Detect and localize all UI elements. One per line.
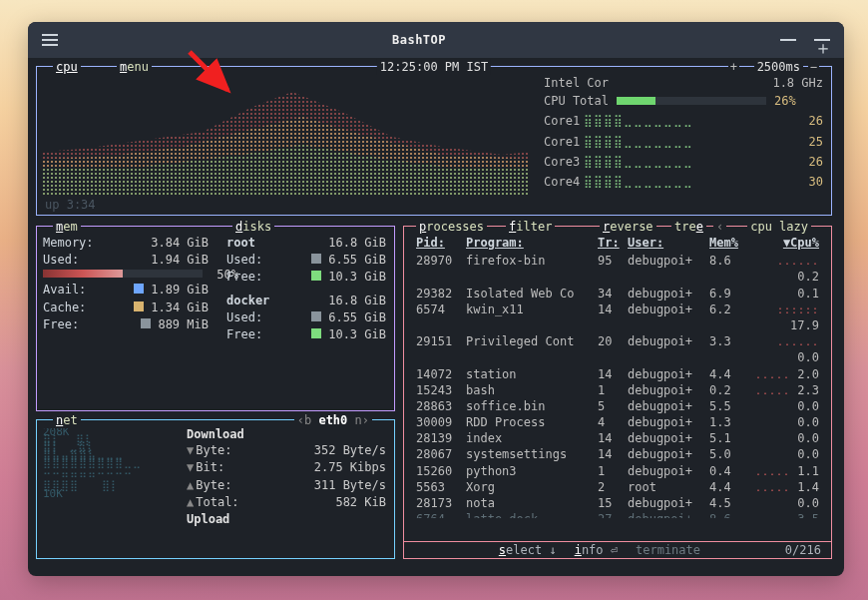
mem-label[interactable]: mem bbox=[53, 219, 81, 235]
download-heading: Download bbox=[187, 426, 386, 442]
menu-label[interactable]: mmenuenu bbox=[117, 59, 152, 75]
proc-row[interactable]: 28970firefox-bin95debugpoi+8.6...... 0.2 bbox=[416, 253, 819, 285]
proc-row[interactable]: 30009RDD Process4debugpoi+1.3 0.0 bbox=[416, 414, 819, 430]
tree-label[interactable]: tree bbox=[671, 219, 706, 235]
proc-list[interactable]: 28970firefox-bin95debugpoi+8.6...... 0.2… bbox=[410, 253, 825, 518]
mem-used-label: Used: bbox=[43, 252, 79, 268]
update-interval: 2500ms bbox=[754, 59, 803, 75]
new-tab-icon[interactable]: ＋ bbox=[814, 39, 830, 41]
cpu-graph bbox=[43, 77, 530, 197]
window-title: BashTOP bbox=[58, 32, 780, 48]
mem-used-bar: 50% bbox=[43, 270, 203, 278]
split-window-icon[interactable] bbox=[780, 39, 796, 41]
mem-free-value: 889 MiB bbox=[158, 317, 209, 331]
clock: 12:25:00 PM IST bbox=[377, 59, 491, 75]
disk-used: Used: 6.55 GiB bbox=[226, 309, 386, 325]
filter-label[interactable]: filter bbox=[506, 219, 555, 235]
cpu-chip: Intel Cor bbox=[544, 75, 609, 91]
reverse-label[interactable]: reverse bbox=[600, 219, 656, 235]
info-hint: info ⏎ bbox=[575, 542, 618, 558]
core-row: Core4⣿⣿⣿⣿⣀⣀⣀⣀⣀⣀⣀30 bbox=[544, 174, 823, 190]
interval-minus[interactable]: − bbox=[808, 59, 819, 75]
disk-column: root16.8 GiB Used: 6.55 GiB Free: 10.3 G… bbox=[226, 235, 386, 349]
mem-total-label: Memory: bbox=[43, 235, 94, 251]
mem-column: Memory:3.84 GiB Used:1.94 GiB 50% Avail:… bbox=[43, 235, 209, 333]
disk-used: Used: 6.55 GiB bbox=[226, 252, 386, 268]
net-stat-row: ▼Byte:352 Byte/s bbox=[187, 442, 386, 458]
proc-row[interactable]: 29382Isolated Web Co34debugpoi+6.9 0.1 bbox=[416, 286, 819, 301]
proc-row[interactable]: 15260python31debugpoi+0.4..... 1.1 bbox=[416, 463, 819, 479]
cpu-mode[interactable]: cpu lazy bbox=[747, 219, 811, 235]
core-row: Core3⣿⣿⣿⣿⣀⣀⣀⣀⣀⣀⣀26 bbox=[544, 154, 823, 170]
proc-row[interactable]: 29151Privileged Cont20debugpoi+3.3......… bbox=[416, 333, 819, 365]
menu-icon[interactable] bbox=[42, 39, 58, 41]
upload-heading: Upload bbox=[187, 511, 386, 527]
mem-cache-value: 1.34 GiB bbox=[151, 300, 209, 314]
disks-label[interactable]: disks bbox=[232, 219, 274, 235]
proc-row[interactable]: 14072station14debugpoi+4.4..... 2.0 bbox=[416, 366, 819, 382]
titlebar: BashTOP ＋ bbox=[28, 22, 844, 58]
proc-row[interactable]: 28139index14debugpoi+5.1 0.0 bbox=[416, 430, 819, 446]
cpu-total-bar bbox=[617, 97, 766, 105]
sort-prev-icon[interactable]: ‹ bbox=[713, 219, 726, 235]
select-hint: select ↓ bbox=[499, 542, 557, 558]
cpu-total-pct: 26% bbox=[774, 93, 796, 109]
proc-row[interactable]: 6574kwin_x1114debugpoi+6.2:::::: 17.9 bbox=[416, 301, 819, 333]
core-row: Core1⣿⣿⣿⣿⣀⣀⣀⣀⣀⣀⣀25 bbox=[544, 134, 823, 150]
mem-panel: mem disks Memory:3.84 GiB Used:1.94 GiB … bbox=[36, 226, 395, 411]
proc-label[interactable]: processes bbox=[416, 219, 487, 235]
disk-name: root16.8 GiB bbox=[226, 235, 386, 251]
net-stat-row: ▼Bit:2.75 Kibps bbox=[187, 459, 386, 475]
proc-row[interactable]: 15243bash1debugpoi+0.2..... 2.3 bbox=[416, 382, 819, 398]
cpu-total-label: CPU Total bbox=[544, 93, 609, 109]
cpu-freq: 1.8 GHz bbox=[772, 75, 823, 91]
mem-avail-value: 1.89 GiB bbox=[151, 283, 209, 297]
mem-free-label: Free: bbox=[43, 316, 79, 332]
mem-cache-label: Cache: bbox=[43, 300, 86, 315]
core-row: Core1⣿⣿⣿⣿⣀⣀⣀⣀⣀⣀⣀26 bbox=[544, 113, 823, 129]
net-stats: Download ▼Byte:352 Byte/s▼Bit:2.75 Kibps… bbox=[187, 426, 386, 527]
cpu-panel: cpu mmenuenu 12:25:00 PM IST + 2500ms − bbox=[36, 66, 832, 216]
proc-row[interactable]: 5563Xorg2root4.4..... 1.4 bbox=[416, 479, 819, 495]
net-label[interactable]: net bbox=[53, 412, 81, 428]
net-graph: 208K ⣿⡇ ⣿⡇⣿⡇ ⣀⣿⡇⣿⣧⣤⣿⣿⣧⣀⣀⣀⣿⣿⣿⣿⣿⣿⣿⣿⣿⣀⣀⠉⠉⠛⠛… bbox=[43, 428, 173, 546]
disk-name: docker16.8 GiB bbox=[226, 293, 386, 308]
proc-row[interactable]: 6764latte-dock27debugpoi+8.6..... 3.5 bbox=[416, 511, 819, 518]
proc-row[interactable]: 28863soffice.bin5debugpoi+5.5 0.0 bbox=[416, 398, 819, 414]
mem-avail-label: Avail: bbox=[43, 282, 86, 298]
cpu-info: Intel Cor1.8 GHz CPU Total 26% Core1⣿⣿⣿⣿… bbox=[544, 75, 823, 190]
cpu-label[interactable]: cpu bbox=[53, 59, 81, 75]
disk-free: Free: 10.3 GiB bbox=[226, 269, 386, 285]
uptime: up 3:34 bbox=[45, 197, 96, 213]
proc-footer: select ↓ info ⏎ terminate 0/216 bbox=[404, 541, 831, 559]
proc-panel: processes filter reverse tree ‹ cpu lazy… bbox=[403, 226, 832, 559]
disk-free: Free: 10.3 GiB bbox=[226, 326, 386, 342]
proc-row[interactable]: 28067systemsettings14debugpoi+5.0 0.0 bbox=[416, 446, 819, 462]
net-stat-row: ▲Byte:311 Byte/s bbox=[187, 477, 386, 493]
mem-used-value: 1.94 GiB bbox=[151, 252, 209, 268]
terminate-hint[interactable]: terminate bbox=[636, 542, 700, 558]
proc-row[interactable]: 28173nota15debugpoi+4.5 0.0 bbox=[416, 495, 819, 511]
net-panel: net ‹b eth0 n› 208K ⣿⡇ ⣿⡇⣿⡇ ⣀⣿⡇⣿⣧⣤⣿⣿⣧⣀⣀⣀… bbox=[36, 419, 395, 559]
proc-count: 0/216 bbox=[785, 542, 821, 558]
net-stat-row: ▲Total:582 KiB bbox=[187, 494, 386, 510]
interval-plus[interactable]: + bbox=[728, 59, 739, 75]
mem-total-value: 3.84 GiB bbox=[151, 235, 209, 251]
